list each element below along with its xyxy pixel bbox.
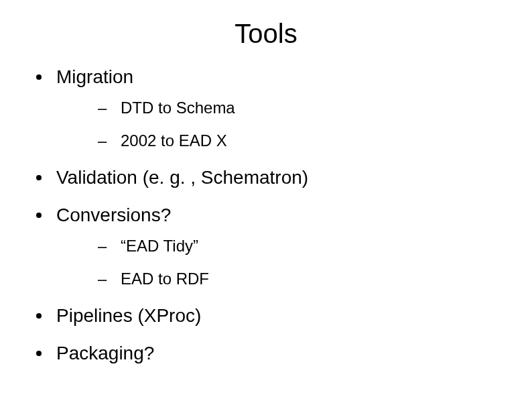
sub-bullet-item: EAD to RDF [98, 270, 505, 289]
sub-bullet-list: DTD to Schema 2002 to EAD X [56, 99, 505, 151]
sub-bullet-text: “EAD Tidy” [121, 237, 198, 255]
slide: Tools Migration DTD to Schema 2002 to EA… [0, 0, 532, 399]
sub-bullet-text: DTD to Schema [121, 99, 235, 117]
sub-bullet-text: EAD to RDF [121, 270, 209, 288]
bullet-text: Migration [56, 66, 133, 87]
sub-bullet-list: “EAD Tidy” EAD to RDF [56, 237, 505, 289]
bullet-item: Pipelines (XProc) [34, 305, 505, 327]
bullet-text: Conversions? [56, 205, 171, 225]
bullet-item: Migration DTD to Schema 2002 to EAD X [34, 66, 505, 151]
bullet-list: Migration DTD to Schema 2002 to EAD X Va… [27, 66, 505, 364]
slide-title: Tools [27, 19, 505, 49]
bullet-item: Packaging? [34, 343, 505, 364]
bullet-text: Validation (e. g. , Schematron) [56, 167, 308, 188]
bullet-item: Conversions? “EAD Tidy” EAD to RDF [34, 205, 505, 289]
sub-bullet-item: DTD to Schema [98, 99, 505, 118]
bullet-text: Pipelines (XProc) [56, 305, 201, 326]
sub-bullet-item: “EAD Tidy” [98, 237, 505, 256]
bullet-text: Packaging? [56, 343, 154, 363]
bullet-item: Validation (e. g. , Schematron) [34, 167, 505, 188]
sub-bullet-item: 2002 to EAD X [98, 131, 505, 151]
sub-bullet-text: 2002 to EAD X [121, 131, 227, 150]
